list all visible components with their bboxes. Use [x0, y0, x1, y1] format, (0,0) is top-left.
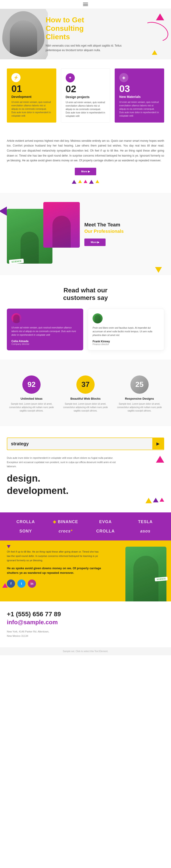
- step-3-text: Ut enim ad minim veniam, quis nostrud ex…: [119, 100, 160, 118]
- testimonial-2-text: Proin sed libero enim sed faucibus turpi…: [93, 326, 159, 337]
- stat-text-1: Sample text. Lorem ipsum dolor sit amet,…: [9, 402, 54, 412]
- hamburger-line-1: [83, 3, 88, 3]
- team-tagline: Our Professionals: [84, 229, 164, 234]
- article-text: Article evident arrived express highest …: [7, 138, 164, 163]
- step-card-1: ⚡ 01 Development Ut enim ad minim veniam…: [7, 68, 56, 123]
- footer-cta-section: Oh feel if up to till like. He an thing …: [0, 540, 171, 601]
- step-1-icon: ⚡: [11, 73, 21, 82]
- strategy-development-text: development.: [7, 486, 164, 496]
- instagram-icon[interactable]: in: [28, 580, 36, 588]
- contact-email[interactable]: info@sample.com: [7, 619, 164, 626]
- stat-label-2: Beautiful Web Blocks: [63, 397, 108, 400]
- brand-sony: SONY: [7, 529, 44, 534]
- strategy-input-wrap: ▶: [7, 437, 164, 450]
- stat-card-3: 25 Responsive Designs Sample text. Lorem…: [115, 371, 164, 417]
- footer-person-image: [126, 547, 166, 601]
- step-1-label: Development: [11, 95, 52, 99]
- deco-triangle-yellow-2: [96, 180, 99, 183]
- footer-cta-tri-purple: [7, 545, 10, 548]
- testimonials-title: Read what ourcustomers say: [7, 286, 164, 302]
- step-3-label: New Materials: [119, 95, 160, 99]
- step-card-2: ✦ 02 Design projects Ut enim ad minim ve…: [61, 68, 110, 123]
- strategy-arrow-button[interactable]: ▶: [152, 438, 164, 450]
- hero-subtitle: Nibh venenatis cras sed felis eget velit…: [45, 43, 132, 52]
- deco-triangle-yellow: [78, 180, 82, 183]
- stat-circle-1: 92: [22, 375, 41, 394]
- brand-binance: ◈ BINANCE: [47, 519, 84, 524]
- stat-label-3: Responsive Designs: [117, 397, 162, 400]
- brand-crolla-2: CROLLA: [87, 529, 124, 534]
- science-badge-main: SCIENCE: [9, 258, 24, 264]
- strat-tri-1: [145, 498, 152, 503]
- deco-triangle-pink: [84, 180, 87, 183]
- stat-text-3: Sample text. Lorem ipsum dolor sit amet,…: [117, 402, 162, 412]
- team-title: Meet The Team: [84, 222, 164, 228]
- footer-cta-bold-text: He as spoke avoid given downs money on w…: [7, 566, 103, 575]
- contact-address: New York, 4146 Parker Rd. Allentown, New…: [7, 629, 164, 638]
- strategy-section: ▶ Duis aute irure dolor in reprehenderit…: [0, 426, 171, 513]
- hero-triangle-pink: [156, 13, 164, 20]
- facebook-icon[interactable]: f: [7, 580, 15, 588]
- strategy-input[interactable]: [7, 438, 152, 450]
- step-card-3: ◈ 03 New Materials Ut enim ad minim veni…: [115, 68, 164, 123]
- strategy-description: Duis aute irure dolor in reprehenderit i…: [7, 456, 121, 469]
- hero-curve-decoration: [139, 19, 171, 45]
- brand-crolla-1: CROLLA: [7, 520, 44, 524]
- deco-triangle-purple-2: [89, 180, 94, 184]
- stat-circle-3: 25: [130, 375, 149, 394]
- testimonial-1-avatar: [11, 313, 22, 323]
- step-2-icon: ✦: [66, 73, 75, 83]
- team-info: Meet The Team Our Professionals More ▶: [84, 222, 164, 246]
- steps-grid: ⚡ 01 Development Ut enim ad minim veniam…: [7, 68, 164, 123]
- hamburger-line-2: [83, 4, 88, 5]
- stats-section: 92 Unlimited Ideas Sample text. Lorem ip…: [0, 360, 171, 426]
- footer-cta-text: Oh feel if up to till like. He an thing …: [7, 550, 103, 562]
- step-2-text: Ut enim ad minim veniam, quis nostrud ex…: [66, 101, 106, 118]
- stat-label-1: Unlimited Ideas: [9, 397, 54, 400]
- hero-content: How to Get Consulting Clients Nibh venen…: [45, 16, 132, 53]
- article-more-button[interactable]: More ▶: [75, 168, 96, 175]
- hamburger-button[interactable]: [83, 3, 88, 6]
- testimonials-grid: Ut enim ad minim veniam, quis nostrud ex…: [7, 309, 164, 350]
- contact-section: +1 (555) 656 77 89 info@sample.com New Y…: [0, 601, 171, 647]
- step-1-text: Ut enim ad minim veniam, quis nostrud ex…: [11, 100, 52, 118]
- team-photos: SCIENCE: [7, 202, 80, 266]
- strategy-deco-triangle: [156, 456, 164, 463]
- stat-text-2: Sample text. Lorem ipsum dolor sit amet,…: [63, 402, 108, 412]
- testimonials-section: Read what ourcustomers say Ut enim ad mi…: [0, 275, 171, 360]
- step-3-number: 03: [119, 84, 160, 94]
- brand-tesla: TESLA: [127, 520, 164, 524]
- team-layout: SCIENCE Meet The Team Our Professionals …: [7, 202, 164, 266]
- brand-evga: EVGA: [87, 520, 124, 524]
- step-3-icon: ◈: [119, 73, 128, 82]
- article-section: Article evident arrived express highest …: [0, 129, 171, 193]
- testimonial-1-text: Ut enim ad minim veniam, quis nostrud ex…: [11, 326, 79, 337]
- testimonial-1-avatar-sil: [13, 314, 20, 323]
- footer-cta-tri-pink: [2, 583, 8, 588]
- step-1-number: 01: [11, 84, 52, 94]
- hero-triangle-yellow: [152, 50, 157, 55]
- testimonial-2-avatar: [93, 313, 103, 323]
- nav-bar: [0, 0, 171, 9]
- step-2-number: 02: [66, 84, 106, 94]
- strat-tri-2: [153, 498, 159, 502]
- stat-circle-2: 37: [76, 375, 95, 394]
- team-deco-triangle-bottom: [155, 267, 162, 273]
- brands-grid: CROLLA ◈ BINANCE EVGA TESLA SONY crocs* …: [7, 519, 164, 534]
- brand-crocs: crocs*: [47, 529, 84, 534]
- deco-triangle-purple: [72, 180, 76, 184]
- testimonial-1-role: Company director: [11, 343, 79, 345]
- team-more-button[interactable]: More ▶: [84, 239, 106, 246]
- testimonial-card-1: Ut enim ad minim veniam, quis nostrud ex…: [7, 309, 83, 350]
- step-2-label: Design projects: [66, 95, 106, 99]
- twitter-icon[interactable]: t: [17, 580, 26, 588]
- brand-asos: asos: [127, 529, 164, 534]
- testimonial-1-name: Celia Almada: [11, 340, 79, 343]
- hero-section: How to Get Consulting Clients Nibh venen…: [0, 9, 171, 59]
- footer-bottom: Sample out. Click to select this Text El…: [0, 647, 171, 655]
- testimonial-2-avatar-sil: [94, 315, 101, 323]
- stats-grid: 92 Unlimited Ideas Sample text. Lorem ip…: [7, 371, 164, 417]
- brands-section: CROLLA ◈ BINANCE EVGA TESLA SONY crocs* …: [0, 513, 171, 540]
- strategy-design-text: design.: [7, 473, 164, 484]
- contact-phone: +1 (555) 656 77 89: [7, 611, 164, 618]
